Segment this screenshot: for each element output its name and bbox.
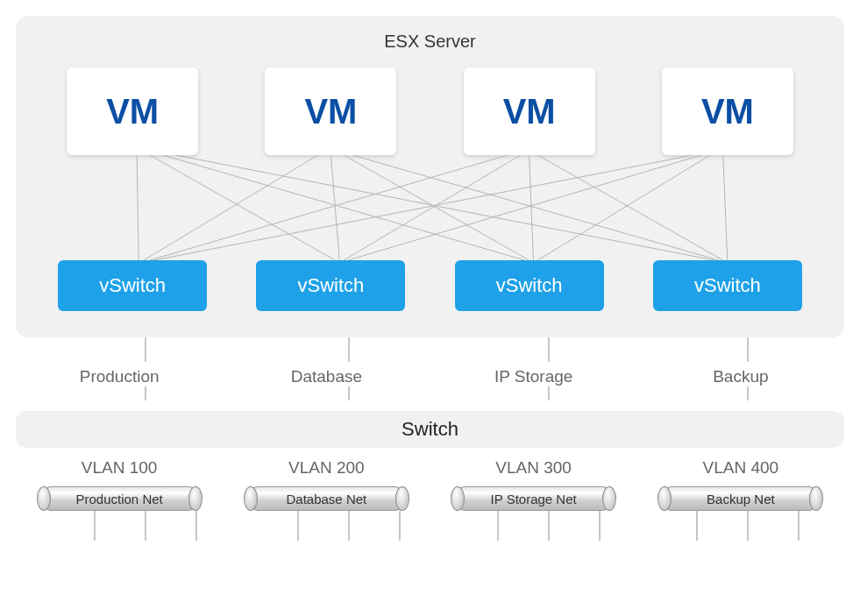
svg-line-2 [163,155,525,260]
net-label-ipstorage: IP Storage [459,367,608,386]
vswitch-box-1: vSwitch [58,260,207,311]
svg-line-5 [330,155,339,260]
svg-line-8 [150,155,508,260]
label-to-switch-lines [16,386,844,400]
vm-box-4: VM [662,67,793,155]
vswitch-to-label-lines [16,337,844,362]
vlan-row: VLAN 100 VLAN 200 VLAN 300 VLAN 400 [16,458,844,478]
vlan-400: VLAN 400 [666,458,815,478]
svg-line-9 [344,155,521,260]
switch-bar: Switch [16,411,844,448]
svg-line-0 [137,155,139,260]
pipe-ipstorage: IP Storage Net [456,486,611,511]
net-label-production: Production [45,367,194,386]
net-label-backup: Backup [666,367,815,386]
svg-line-3 [175,155,714,260]
svg-line-4 [144,155,318,260]
pipe-production: Production Net [42,486,197,511]
vlan-200: VLAN 200 [252,458,401,478]
esx-server-title: ESX Server [42,32,818,52]
vm-box-2: VM [265,67,396,155]
vm-box-1: VM [67,67,198,155]
network-label-row: Production Database IP Storage Backup [16,367,844,386]
svg-line-13 [348,155,701,260]
vswitch-box-3: vSwitch [455,260,604,311]
svg-line-14 [537,155,710,260]
vswitch-row: vSwitch vSwitch vSwitch vSwitch [42,260,818,311]
pipe-backup: Backup Net [663,486,818,511]
vlan-100: VLAN 100 [45,458,194,478]
pipe-down-lines [16,511,844,541]
svg-line-6 [344,155,529,260]
vm-vswitch-connections [42,155,818,260]
vm-box-3: VM [464,67,595,155]
pipe-row: Production Net Database Net IP Storage N… [16,486,844,511]
net-label-database: Database [252,367,401,386]
pipe-database: Database Net [249,486,404,511]
svg-line-1 [150,155,335,260]
svg-line-7 [352,155,719,260]
svg-line-15 [723,155,728,260]
svg-line-12 [154,155,693,260]
esx-server-container: ESX Server VM VM VM VM vSwitch [16,16,844,337]
svg-line-11 [537,155,722,260]
vswitch-box-4: vSwitch [653,260,802,311]
vm-row: VM VM VM VM [42,67,818,155]
svg-line-10 [530,155,534,260]
vswitch-box-2: vSwitch [256,260,405,311]
vlan-300: VLAN 300 [459,458,608,478]
